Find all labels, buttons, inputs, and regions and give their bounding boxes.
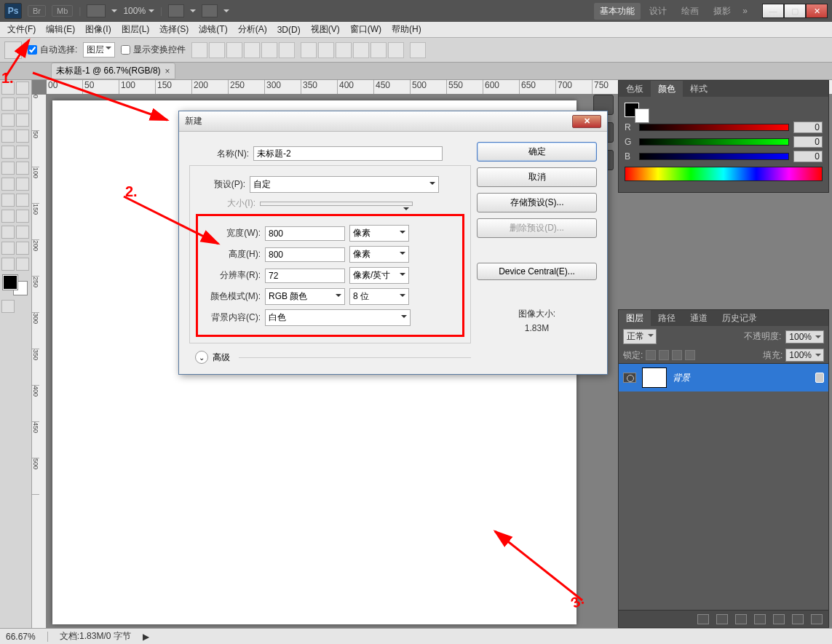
marquee-tool[interactable] [1, 98, 15, 111]
arrange-icon[interactable] [168, 4, 184, 17]
chevron-down-icon[interactable] [111, 9, 117, 12]
b-value[interactable]: 0 [793, 151, 823, 162]
layer-fx-icon[interactable] [716, 614, 728, 624]
auto-select-checkbox[interactable]: 自动选择: [28, 44, 77, 56]
window-close-button[interactable]: ✕ [806, 4, 828, 18]
path-tool[interactable] [16, 210, 29, 223]
rotate-tool[interactable] [16, 242, 29, 255]
chevron-down-icon[interactable] [190, 9, 196, 12]
wand-tool[interactable] [1, 114, 15, 127]
workspace-item[interactable]: 设计 [643, 3, 673, 20]
tab-swatches[interactable]: 色板 [619, 81, 651, 97]
extras-icon[interactable] [202, 4, 218, 17]
advanced-label[interactable]: 高级 [213, 351, 230, 364]
quickmask-tool[interactable] [1, 300, 15, 313]
auto-align-icon[interactable] [410, 42, 426, 58]
brush-tool[interactable] [1, 146, 15, 159]
lock-position-icon[interactable] [672, 350, 682, 360]
bit-depth-select[interactable]: 8 位 [349, 288, 409, 305]
distribute-icon[interactable] [371, 42, 387, 58]
height-unit-select[interactable]: 像素 [349, 246, 409, 263]
color-mode-select[interactable]: RGB 颜色 [265, 288, 345, 305]
tab-layers[interactable]: 图层 [619, 310, 651, 326]
window-minimize-button[interactable]: — [762, 4, 784, 18]
align-icon[interactable] [209, 42, 225, 58]
cancel-button[interactable]: 取消 [477, 167, 597, 187]
workspace-item[interactable]: 摄影 [708, 3, 737, 20]
visibility-eye-icon[interactable] [623, 373, 636, 383]
history-brush-tool[interactable] [1, 162, 15, 175]
menu-filter[interactable]: 滤镜(T) [194, 22, 231, 37]
height-input[interactable] [265, 247, 345, 262]
chevron-down-icon[interactable] [148, 9, 154, 12]
name-input[interactable] [253, 146, 443, 161]
show-transform-checkbox[interactable]: 显示变换控件 [121, 44, 186, 56]
layer-thumbnail[interactable] [642, 367, 667, 388]
save-preset-button[interactable]: 存储预设(S)... [477, 193, 597, 212]
dodge-tool[interactable] [1, 194, 15, 207]
menu-view[interactable]: 视图(V) [306, 22, 344, 37]
layer-mask-icon[interactable] [735, 614, 747, 624]
blend-mode-select[interactable]: 正常 [623, 329, 657, 344]
menu-file[interactable]: 文件(F) [3, 22, 40, 37]
bg-content-select[interactable]: 白色 [265, 309, 411, 326]
align-icon[interactable] [244, 42, 260, 58]
tool[interactable] [16, 258, 29, 271]
zoom-display[interactable]: 100% [123, 6, 154, 16]
group-icon[interactable] [773, 614, 785, 624]
menu-window[interactable]: 窗口(W) [346, 22, 386, 37]
type-tool[interactable] [1, 210, 15, 223]
distribute-icon[interactable] [318, 42, 334, 58]
adjustment-layer-icon[interactable] [754, 614, 766, 624]
dialog-close-button[interactable]: ✕ [572, 115, 601, 128]
workspace-item[interactable]: 绘画 [675, 3, 705, 20]
workspace-more-icon[interactable]: » [740, 6, 750, 16]
resolution-unit-select[interactable]: 像素/英寸 [349, 267, 409, 284]
align-icon[interactable] [191, 42, 207, 58]
close-tab-icon[interactable]: × [165, 66, 170, 76]
tab-styles[interactable]: 样式 [683, 81, 715, 97]
resolution-input[interactable] [265, 269, 345, 283]
auto-select-target-select[interactable]: 图层 [83, 42, 115, 57]
menu-help[interactable]: 帮助(H) [387, 22, 426, 37]
distribute-icon[interactable] [353, 42, 369, 58]
stamp-tool[interactable] [16, 146, 29, 159]
menu-edit[interactable]: 编辑(E) [41, 22, 79, 37]
fill-value[interactable]: 100% [785, 349, 824, 362]
chevron-right-icon[interactable]: ▶ [143, 632, 149, 642]
align-icon[interactable] [226, 42, 242, 58]
patch-tool[interactable] [16, 130, 29, 143]
distribute-icon[interactable] [336, 42, 352, 58]
foreground-color-swatch[interactable] [3, 275, 17, 290]
hand-tool[interactable] [1, 242, 15, 255]
layer-item[interactable]: 背景 [619, 364, 828, 391]
spectrum-bar[interactable] [625, 167, 823, 181]
width-unit-select[interactable]: 像素 [349, 225, 409, 242]
artboard-tool[interactable] [16, 82, 29, 95]
zoom-tool[interactable] [1, 258, 15, 271]
status-zoom[interactable]: 66.67% [6, 632, 36, 642]
eyedropper-tool[interactable] [1, 130, 15, 143]
screen-mode-icon[interactable] [87, 4, 106, 17]
g-value[interactable]: 0 [793, 136, 823, 148]
crop-tool[interactable] [16, 114, 29, 127]
blur-tool[interactable] [16, 178, 29, 191]
tab-paths[interactable]: 路径 [651, 310, 683, 326]
move-tool[interactable] [1, 82, 15, 95]
chevron-down-icon[interactable] [223, 9, 229, 12]
preset-select[interactable]: 自定 [250, 176, 439, 193]
menu-layer[interactable]: 图层(L) [117, 22, 154, 37]
delete-layer-icon[interactable] [811, 614, 823, 624]
align-icon[interactable] [261, 42, 277, 58]
tab-history[interactable]: 历史记录 [715, 310, 764, 326]
lasso-tool[interactable] [16, 98, 29, 111]
lock-all-icon[interactable] [685, 350, 695, 360]
width-input[interactable] [265, 226, 345, 241]
menu-select[interactable]: 选择(S) [155, 22, 193, 37]
menu-3d[interactable]: 3D(D) [273, 23, 305, 36]
shape-tool[interactable] [1, 226, 15, 239]
link-layers-icon[interactable] [697, 614, 709, 624]
tab-color[interactable]: 颜色 [651, 81, 683, 97]
g-slider[interactable] [639, 138, 789, 146]
eraser-tool[interactable] [16, 162, 29, 175]
